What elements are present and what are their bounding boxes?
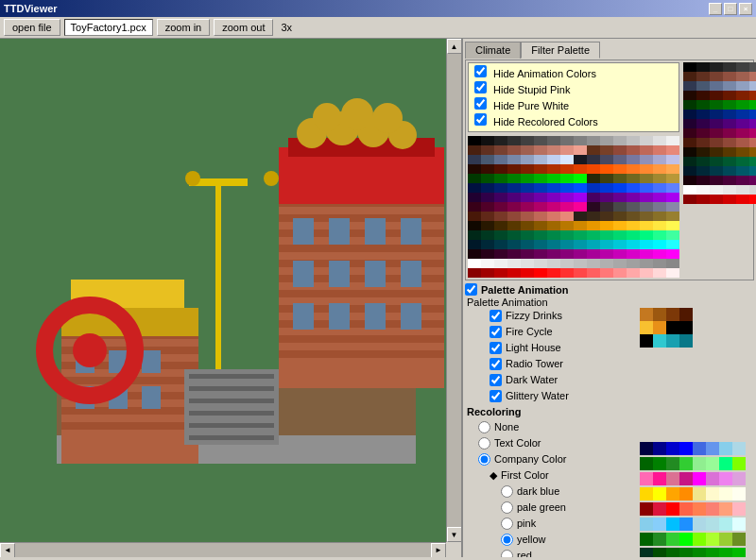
palette-cell[interactable] (640, 164, 653, 174)
right-palette-cell[interactable] (723, 128, 736, 138)
right-palette-cell[interactable] (683, 110, 696, 119)
recolor-swatch[interactable] (666, 442, 679, 455)
right-palette-cell[interactable] (723, 138, 736, 147)
right-palette-cell[interactable] (723, 157, 736, 166)
palette-cell[interactable] (560, 145, 574, 155)
palette-cell[interactable] (494, 212, 507, 221)
palette-cell[interactable] (627, 145, 640, 155)
right-palette-cell[interactable] (749, 185, 756, 195)
recolor-swatch[interactable] (666, 472, 679, 485)
right-palette-cell[interactable] (723, 176, 736, 185)
scroll-up-button[interactable]: ▲ (447, 39, 462, 54)
palette-cell[interactable] (666, 136, 679, 145)
palette-cell[interactable] (481, 230, 494, 240)
right-palette-cell[interactable] (696, 128, 710, 138)
palette-cell[interactable] (534, 202, 547, 212)
palette-cell[interactable] (494, 221, 507, 230)
recolor-swatch[interactable] (679, 487, 693, 501)
palette-cell[interactable] (521, 174, 534, 183)
right-palette-cell[interactable] (749, 147, 756, 157)
color-dark-blue-radio[interactable] (501, 485, 513, 498)
palette-cell[interactable] (600, 174, 613, 183)
palette-cell[interactable] (507, 174, 521, 183)
palette-cell[interactable] (481, 164, 494, 174)
right-palette-cell[interactable] (736, 91, 749, 100)
recolor-swatch[interactable] (732, 442, 746, 455)
palette-cell[interactable] (587, 174, 600, 183)
scroll-track-v[interactable] (447, 54, 461, 527)
palette-cell[interactable] (534, 268, 547, 278)
palette-cell[interactable] (560, 240, 574, 249)
recolor-swatch[interactable] (679, 518, 693, 531)
palette-cell[interactable] (481, 259, 494, 268)
recolor-swatch[interactable] (666, 518, 679, 531)
right-palette-cell[interactable] (710, 166, 723, 176)
palette-cell[interactable] (521, 212, 534, 221)
right-palette-cell[interactable] (683, 91, 696, 100)
palette-cell[interactable] (627, 249, 640, 259)
palette-cell[interactable] (587, 136, 600, 145)
palette-cell[interactable] (627, 193, 640, 202)
palette-cell[interactable] (481, 136, 494, 145)
recolor-swatch[interactable] (706, 533, 719, 546)
right-palette-cell[interactable] (710, 147, 723, 157)
right-palette-cell[interactable] (749, 91, 756, 100)
right-palette-cell[interactable] (723, 195, 736, 204)
palette-cell[interactable] (560, 268, 574, 278)
palette-cell[interactable] (534, 249, 547, 259)
recolor-swatch[interactable] (706, 548, 719, 557)
palette-cell[interactable] (481, 249, 494, 259)
right-palette-cell[interactable] (683, 195, 696, 204)
recolor-swatch[interactable] (640, 502, 653, 516)
palette-cell[interactable] (494, 136, 507, 145)
palette-cell[interactable] (640, 183, 653, 193)
palette-cell[interactable] (640, 155, 653, 164)
palette-cell[interactable] (613, 212, 627, 221)
right-palette-cell[interactable] (749, 166, 756, 176)
right-palette-cell[interactable] (710, 195, 723, 204)
palette-cell[interactable] (468, 174, 481, 183)
right-palette-cell[interactable] (710, 138, 723, 147)
palette-cell[interactable] (560, 164, 574, 174)
palette-cell[interactable] (547, 221, 560, 230)
palette-cell[interactable] (560, 136, 574, 145)
palette-cell[interactable] (507, 155, 521, 164)
recolor-swatch[interactable] (719, 502, 732, 516)
palette-cell[interactable] (534, 155, 547, 164)
recolor-swatch[interactable] (719, 457, 732, 470)
palette-cell[interactable] (574, 202, 587, 212)
palette-cell[interactable] (547, 212, 560, 221)
palette-cell[interactable] (507, 202, 521, 212)
right-palette-cell[interactable] (710, 176, 723, 185)
right-palette-cell[interactable] (710, 157, 723, 166)
recolor-swatch[interactable] (732, 533, 746, 546)
recolor-swatch[interactable] (693, 502, 706, 516)
right-palette-cell[interactable] (696, 100, 710, 110)
palette-cell[interactable] (627, 164, 640, 174)
palette-cell[interactable] (653, 221, 666, 230)
palette-cell[interactable] (507, 212, 521, 221)
palette-cell[interactable] (653, 249, 666, 259)
palette-cell[interactable] (587, 230, 600, 240)
palette-cell[interactable] (547, 193, 560, 202)
palette-cell[interactable] (494, 259, 507, 268)
right-palette-cell[interactable] (723, 185, 736, 195)
color-red-radio[interactable] (501, 550, 513, 557)
right-palette-cell[interactable] (683, 138, 696, 147)
right-palette-cell[interactable] (749, 72, 756, 81)
right-palette-cell[interactable] (749, 110, 756, 119)
palette-cell[interactable] (534, 145, 547, 155)
palette-cell[interactable] (574, 259, 587, 268)
palette-cell[interactable] (521, 155, 534, 164)
palette-cell[interactable] (468, 221, 481, 230)
palette-cell[interactable] (600, 136, 613, 145)
palette-cell[interactable] (521, 136, 534, 145)
palette-cell[interactable] (653, 202, 666, 212)
palette-cell[interactable] (640, 202, 653, 212)
palette-cell[interactable] (653, 240, 666, 249)
recolor-none-radio[interactable] (478, 421, 490, 433)
palette-cell[interactable] (613, 136, 627, 145)
recolor-swatch[interactable] (706, 457, 719, 470)
right-palette-cell[interactable] (736, 176, 749, 185)
palette-cell[interactable] (468, 164, 481, 174)
